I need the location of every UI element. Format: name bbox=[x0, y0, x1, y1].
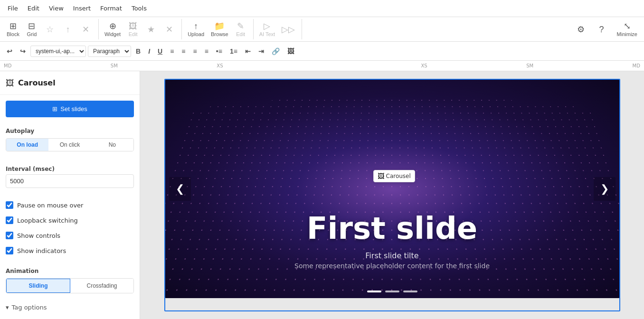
autoplay-on-click[interactable]: On click bbox=[48, 139, 91, 151]
loopback-label: Loopback switching bbox=[17, 217, 78, 224]
settings-icon: ⚙ bbox=[577, 25, 585, 34]
carousel-next-button[interactable]: ❯ bbox=[594, 177, 616, 201]
plus-circle-icon: ⊕ bbox=[109, 22, 116, 30]
font-select[interactable]: system-ui,-ap... bbox=[30, 46, 86, 57]
grid-button[interactable]: ⊟ Grid bbox=[23, 20, 40, 39]
interval-input[interactable]: 5000 bbox=[6, 174, 134, 188]
set-slides-button[interactable]: ⊞ Set slides bbox=[6, 101, 134, 117]
folder-icon: 📁 bbox=[214, 22, 225, 30]
align-center-button[interactable]: ≡ bbox=[179, 46, 188, 57]
image-format-button[interactable]: 🖼 bbox=[284, 46, 297, 57]
star-button: ☆ bbox=[41, 23, 58, 36]
autoplay-on-load[interactable]: On load bbox=[6, 139, 48, 151]
ordered-list-button[interactable]: 1≡ bbox=[227, 46, 240, 57]
ruler-xs-right: XS bbox=[421, 63, 427, 68]
menu-file[interactable]: File bbox=[8, 5, 18, 12]
close-button: ✕ bbox=[77, 23, 95, 36]
sidebar: 🖼 Carousel ⊞ Set slides Autoplay On load… bbox=[0, 71, 140, 319]
ruler-xs-left: XS bbox=[217, 63, 223, 68]
bullet-list-button[interactable]: •≡ bbox=[213, 46, 225, 57]
widget-button[interactable]: ⊕ Widget bbox=[102, 20, 123, 39]
menu-format[interactable]: Format bbox=[100, 5, 122, 12]
menu-bar: File Edit View Insert Format Tools bbox=[0, 0, 644, 17]
indicators-checkbox[interactable] bbox=[6, 247, 13, 254]
pause-row[interactable]: Pause on mouse over bbox=[6, 197, 134, 213]
carousel-subtitle: First slide tilte bbox=[165, 251, 619, 260]
carousel-floating-label[interactable]: 🖼 Carousel bbox=[373, 170, 415, 182]
ai-icon: ▷ bbox=[264, 22, 270, 30]
star-icon: ☆ bbox=[46, 25, 54, 34]
animation-section: Animation Sliding Crossfading bbox=[0, 263, 140, 298]
paragraph-select[interactable]: Paragraph bbox=[88, 46, 131, 57]
grid-icon: ⊟ bbox=[28, 22, 35, 30]
edit2-icon: ✎ bbox=[237, 22, 244, 30]
settings-button[interactable]: ⚙ bbox=[572, 23, 589, 36]
controls-row[interactable]: Show controls bbox=[6, 228, 134, 243]
align-justify-button[interactable]: ≡ bbox=[202, 46, 211, 57]
anim-sliding[interactable]: Sliding bbox=[6, 279, 70, 293]
sidebar-title: Carousel bbox=[18, 78, 56, 87]
toolbar: ⊞ Block ⊟ Grid ☆ ↑ ✕ ⊕ Widget 🖼 Edit ★ ✕ bbox=[0, 17, 644, 42]
menu-insert[interactable]: Insert bbox=[73, 5, 91, 12]
italic-button[interactable]: I bbox=[145, 46, 153, 57]
minimize-icon: ⤡ bbox=[624, 22, 631, 30]
carousel-caption: First slide First slide tilte Some repre… bbox=[165, 213, 619, 270]
upload-button[interactable]: ↑ Upload bbox=[185, 20, 207, 39]
animation-group: Sliding Crossfading bbox=[6, 278, 134, 293]
cross-button: ✕ bbox=[161, 23, 178, 36]
bold-button[interactable]: B bbox=[133, 46, 143, 57]
menu-edit[interactable]: Edit bbox=[28, 5, 39, 12]
indicator-0[interactable] bbox=[367, 291, 381, 292]
outdent-button[interactable]: ⇤ bbox=[242, 46, 254, 57]
help-button[interactable]: ? bbox=[593, 23, 610, 36]
indicator-1[interactable] bbox=[385, 291, 399, 292]
carousel-label-text: Carousel bbox=[386, 173, 411, 179]
main-area: 🖼 Carousel ⊞ Set slides Autoplay On load… bbox=[0, 71, 644, 319]
link-button[interactable]: 🔗 bbox=[269, 46, 283, 57]
interval-section: Interval (msec) 5000 bbox=[0, 156, 140, 193]
carousel-slide: 🖼 Carousel ❮ ❯ First slide First slide t… bbox=[165, 80, 619, 298]
toolbar-group-block: ⊞ Block ⊟ Grid ☆ ↑ ✕ bbox=[4, 19, 99, 39]
ai-sub-button: ▷▷ bbox=[279, 23, 298, 36]
pause-checkbox[interactable] bbox=[6, 201, 13, 209]
minimize-area: ⚙ ? ⤡ Minimize bbox=[572, 20, 640, 39]
ai-sub-icon: ▷▷ bbox=[282, 25, 295, 34]
menu-view[interactable]: View bbox=[49, 5, 64, 12]
loopback-row[interactable]: Loopback switching bbox=[6, 213, 134, 228]
menu-tools[interactable]: Tools bbox=[132, 5, 147, 12]
carousel-icon: 🖼 bbox=[6, 78, 14, 88]
autoplay-group: On load On click No bbox=[6, 138, 134, 151]
anim-crossfading[interactable]: Crossfading bbox=[70, 279, 133, 293]
carousel-indicators bbox=[165, 291, 619, 292]
autoplay-label: Autoplay bbox=[6, 128, 134, 134]
redo-button[interactable]: ↪ bbox=[17, 46, 28, 57]
undo-button[interactable]: ↩ bbox=[4, 46, 15, 57]
upload-icon: ↑ bbox=[194, 22, 198, 30]
image-label-icon: 🖼 bbox=[378, 172, 384, 180]
ruler-sm-right: SM bbox=[526, 63, 533, 68]
loopback-checkbox[interactable] bbox=[6, 216, 13, 224]
indent-button[interactable]: ⇥ bbox=[256, 46, 267, 57]
controls-checkbox[interactable] bbox=[6, 232, 13, 239]
autoplay-no[interactable]: No bbox=[91, 139, 133, 151]
carousel-prev-button[interactable]: ❮ bbox=[169, 177, 191, 201]
ruler-md-right: MD bbox=[633, 63, 640, 68]
edit2-button: ✎ Edit bbox=[232, 20, 249, 39]
animation-label: Animation bbox=[6, 268, 134, 274]
cross-icon: ✕ bbox=[166, 25, 173, 34]
indicator-2[interactable] bbox=[403, 291, 417, 292]
star2-icon: ★ bbox=[147, 25, 155, 34]
align-left-button[interactable]: ≡ bbox=[167, 46, 177, 57]
controls-label: Show controls bbox=[17, 232, 60, 239]
slides-icon: ⊞ bbox=[52, 105, 57, 113]
carousel-description: Some representative placeholder content … bbox=[165, 262, 619, 270]
browse-button[interactable]: 📁 Browse bbox=[208, 20, 231, 39]
underline-button[interactable]: U bbox=[155, 46, 165, 57]
align-right-button[interactable]: ≡ bbox=[190, 46, 199, 57]
pause-label: Pause on mouse over bbox=[17, 202, 83, 209]
carousel-wrapper: 🖼 Carousel ❮ ❯ First slide First slide t… bbox=[164, 79, 620, 311]
indicators-row[interactable]: Show indicators bbox=[6, 243, 134, 258]
block-button[interactable]: ⊞ Block bbox=[4, 20, 22, 39]
tag-options[interactable]: ▾ Tag options bbox=[0, 298, 140, 317]
minimize-button[interactable]: ⤡ Minimize bbox=[614, 20, 640, 39]
